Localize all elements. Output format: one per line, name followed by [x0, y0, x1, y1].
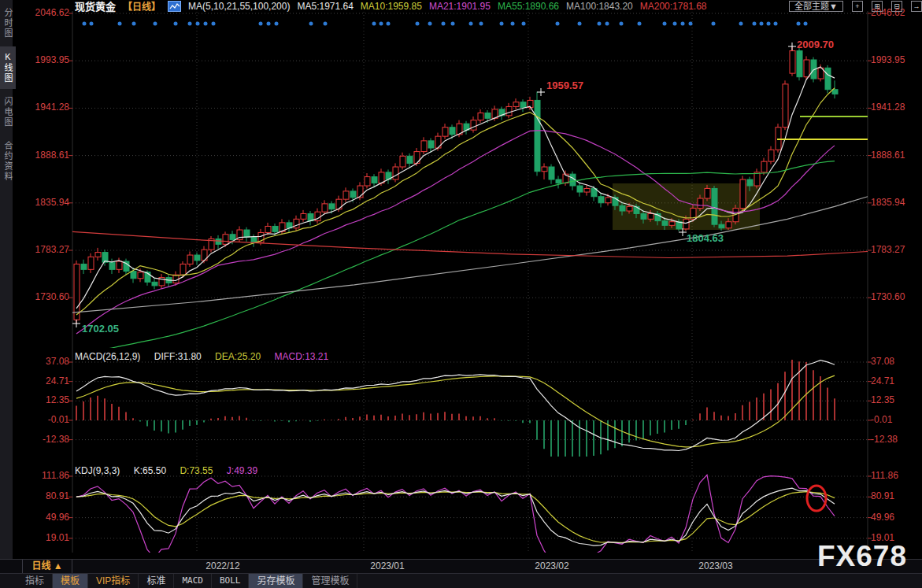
- price-annotation: 1804.63: [687, 232, 724, 244]
- chart-type-sidebar: 分时图K线图闪电图合约资料: [0, 0, 13, 559]
- y-axis-label: 1835.94: [20, 197, 69, 208]
- bottom-tab-1[interactable]: 模板: [53, 574, 88, 588]
- event-dot: [689, 22, 693, 26]
- event-dot: [598, 22, 602, 26]
- event-dot: [620, 22, 624, 26]
- event-dot: [500, 22, 504, 26]
- bottom-tab-0[interactable]: 指标: [17, 574, 53, 588]
- period-selector[interactable]: 日线 ▲: [22, 560, 72, 573]
- macd-macd-value: MACD:13.21: [274, 351, 328, 362]
- scale-axis-icon[interactable]: ⊞: [872, 1, 883, 12]
- y-axis-label: 1941.28: [20, 102, 69, 113]
- y-axis-label: 1941.28: [871, 102, 920, 113]
- y-axis-label: 111.86: [20, 470, 69, 481]
- x-axis-date-label: 2023/02: [535, 560, 568, 571]
- y-axis-label: 19.01: [20, 532, 69, 543]
- macd-indicator-header: MACD(26,12,9) DIFF:31.80 DEA:25.20 MACD:…: [75, 351, 339, 362]
- cross-signal-circle: [807, 486, 826, 511]
- kdj-panel: [76, 475, 835, 559]
- x-axis-date-label: 2023/03: [698, 560, 732, 571]
- x-axis-date-label: 2023/01: [370, 560, 404, 571]
- event-dot: [267, 22, 271, 26]
- y-axis-label: 1783.27: [871, 244, 920, 255]
- event-dot: [804, 22, 808, 26]
- sidebar-item-3[interactable]: 合约资料: [0, 135, 16, 187]
- macd-title: MACD(26,12,9): [75, 351, 140, 362]
- event-dot: [451, 22, 455, 26]
- ma100-value: MA100:1843.20: [566, 1, 633, 12]
- event-dot: [712, 22, 716, 26]
- event-dot: [309, 22, 313, 26]
- price-annotation: 1959.57: [546, 80, 583, 91]
- y-axis-label: 37.08: [20, 356, 69, 367]
- y-axis-label: 24.71: [20, 375, 69, 386]
- kdj-title: KDJ(9,3,3): [75, 465, 120, 476]
- event-dot: [480, 22, 483, 26]
- chart-header: 现货黄金 【日线】 MA(5,10,21,55,100,200) MA5:197…: [0, 0, 922, 12]
- y-axis-label: 1993.95: [20, 54, 69, 65]
- kdj-j-value: J:49.39: [227, 465, 257, 476]
- y-axis-label: 1993.95: [871, 54, 920, 65]
- bottom-tab-bar: 指标模板VIP指标标准MACDBOLL另存模板管理模板: [0, 573, 922, 588]
- candlestick-mode-icon[interactable]: [168, 1, 181, 12]
- y-axis-label: 49.96: [20, 512, 69, 523]
- event-dot: [83, 22, 87, 26]
- bottom-tab-2[interactable]: VIP指标: [88, 574, 139, 588]
- price-panel: [72, 46, 868, 354]
- sidebar-item-1[interactable]: K线图: [0, 46, 16, 89]
- y-axis-label: 1783.27: [20, 244, 69, 255]
- kdj-k-value: K:65.50: [134, 465, 166, 476]
- x-axis-date-label: 2022/12: [206, 560, 239, 571]
- event-dot: [681, 22, 685, 26]
- event-dot: [132, 22, 136, 26]
- ma-settings-label: MA(5,10,21,55,100,200): [188, 1, 290, 12]
- ma21-value: MA21:1901.95: [429, 1, 491, 12]
- event-dot: [428, 22, 432, 26]
- event-dot: [154, 22, 157, 26]
- event-dot: [188, 22, 192, 26]
- event-dot: [673, 22, 677, 26]
- symbol-name: 现货黄金: [75, 0, 116, 13]
- y-axis-label: 12.35: [871, 394, 920, 405]
- macd-diff-value: DIFF:31.80: [154, 351, 202, 362]
- y-axis-label: 1730.60: [20, 291, 69, 302]
- y-axis-label: 1888.61: [871, 150, 920, 161]
- event-dot: [387, 22, 391, 26]
- y-axis-label: 37.08: [871, 356, 920, 367]
- period-tag: 【日线】: [123, 0, 161, 13]
- price-annotation: 2009.70: [797, 39, 834, 50]
- y-axis-label: 111.86: [871, 470, 920, 481]
- y-axis-label: 80.91: [871, 490, 920, 501]
- bottom-tab-5[interactable]: BOLL: [212, 574, 250, 588]
- y-axis-label: 1835.94: [871, 197, 920, 208]
- y-axis-label: 24.71: [871, 375, 920, 386]
- ma55-value: MA55:1890.66: [498, 1, 559, 12]
- bottom-tab-3[interactable]: 标准: [139, 574, 174, 588]
- event-dot: [196, 22, 200, 26]
- ma10-value: MA10:1959.85: [361, 1, 422, 12]
- compress-axis-icon[interactable]: ⊟: [891, 1, 902, 12]
- event-dot: [605, 22, 609, 26]
- kdj-d-value: D:73.55: [180, 465, 213, 476]
- event-dot: [578, 22, 582, 26]
- export-chart-icon[interactable]: →: [911, 1, 922, 12]
- theme-dropdown-button[interactable]: 全部主题▼: [789, 1, 843, 12]
- event-dot: [511, 22, 515, 26]
- bottom-tab-7[interactable]: 管理模板: [303, 574, 357, 588]
- event-dot: [739, 22, 743, 26]
- pan-tool-icon[interactable]: +: [852, 1, 863, 12]
- bottom-tab-4[interactable]: MACD: [174, 574, 212, 588]
- x-axis-bar: 日线 ▲ 2022/122023/012023/022023/03: [0, 559, 922, 573]
- y-axis-label: -12.38: [20, 434, 69, 445]
- event-dot: [797, 22, 801, 26]
- event-dot: [638, 22, 642, 26]
- event-dot: [275, 22, 279, 26]
- y-axis-label: 1888.61: [20, 150, 69, 161]
- y-axis-label: 49.96: [871, 512, 920, 523]
- bottom-tab-6[interactable]: 另存模板: [249, 574, 303, 588]
- sidebar-item-2[interactable]: 闪电图: [0, 91, 16, 133]
- watermark-fx678: FX678: [817, 540, 907, 573]
- event-dot: [118, 22, 122, 26]
- macd-dea-value: DEA:25.20: [215, 351, 261, 362]
- kdj-indicator-header: KDJ(9,3,3) K:65.50 D:73.55 J:49.39: [75, 465, 268, 476]
